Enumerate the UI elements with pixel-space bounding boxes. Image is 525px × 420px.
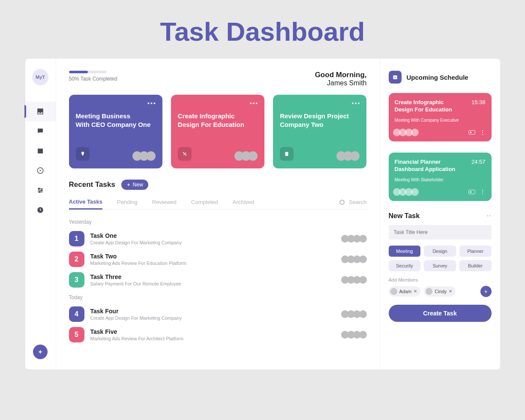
radio-icon — [339, 200, 345, 205]
card-type-icon — [280, 147, 294, 161]
member-chip[interactable]: Cindy✕ — [424, 286, 456, 297]
svg-rect-12 — [468, 190, 475, 194]
tag-security[interactable]: Security — [389, 260, 421, 271]
avatar-stack — [395, 188, 419, 196]
members-row: Adam✕Cindy✕+ — [389, 286, 492, 297]
task-name: Task Four — [90, 308, 343, 315]
task-desc: Create App Design For Marketing Company — [90, 240, 343, 245]
tab-pending[interactable]: Pending — [117, 195, 138, 209]
sidebar-item-calendar[interactable] — [25, 141, 56, 161]
avatar — [426, 288, 432, 295]
card-menu[interactable]: ••• — [352, 100, 361, 107]
main-panel: 50% Task Completed Good Morning, James S… — [56, 59, 380, 369]
schedule-time: 24:57 — [471, 159, 486, 165]
schedule-menu[interactable]: ⋮ — [480, 189, 486, 195]
avatar-stack — [343, 235, 367, 243]
sidebar-item-history[interactable] — [25, 200, 56, 220]
task-desc: Salary Payment For Our Remote Employee — [90, 281, 343, 286]
card-title: Meeting BusinessWith CEO Company One — [76, 112, 156, 129]
app-container: MyT 50% Task Completed — [25, 59, 500, 369]
card-menu[interactable]: ••• — [147, 100, 156, 107]
task-number: 4 — [69, 306, 84, 322]
svg-point-1 — [39, 188, 40, 189]
task-row[interactable]: 2 Task Two Marketing Ads Review For Educ… — [69, 249, 367, 270]
avatar-stack — [343, 331, 367, 339]
card-menu[interactable]: ••• — [249, 100, 258, 107]
avatar-stack — [132, 151, 156, 161]
schedule-card[interactable]: Financial Planner Dashboard Application … — [389, 153, 492, 201]
schedule-menu[interactable]: ⋮ — [480, 129, 486, 136]
remove-icon[interactable]: ✕ — [414, 289, 417, 294]
task-card[interactable]: ••• Meeting BusinessWith CEO Company One — [69, 95, 162, 168]
tab-active-tasks[interactable]: Active Tasks — [69, 195, 103, 210]
tab-archived[interactable]: Archived — [233, 195, 255, 209]
tab-completed[interactable]: Completed — [191, 195, 218, 209]
progress-section: 50% Task Completed — [69, 71, 117, 82]
add-member-button[interactable]: + — [480, 286, 492, 297]
tag-builder[interactable]: Builder — [459, 260, 492, 271]
tab-reviewed[interactable]: Reviewed — [152, 195, 177, 209]
task-card[interactable]: ••• Create InfographicDesign For Educati… — [171, 95, 264, 168]
avatar-stack — [234, 151, 258, 161]
tabs: Active TasksPendingReviewedCompletedArch… — [69, 195, 367, 210]
svg-rect-10 — [468, 130, 475, 134]
card-type-icon — [178, 147, 192, 161]
search-area[interactable]: Search — [339, 199, 366, 205]
task-number: 5 — [69, 327, 84, 342]
schedule-subtitle: Meeting With Stakeholder — [395, 177, 486, 182]
new-task-button[interactable]: New — [121, 180, 148, 190]
schedule-card[interactable]: Create Infographic Design For Education … — [389, 93, 492, 141]
task-row[interactable]: 4 Task Four Create App Design For Market… — [69, 304, 367, 324]
logo[interactable]: MyT — [32, 69, 48, 85]
svg-point-5 — [183, 152, 184, 153]
avatar-stack — [336, 151, 360, 161]
schedule-title: Create Infographic Design For Education — [395, 99, 459, 114]
new-task-menu[interactable]: •• — [486, 213, 491, 218]
member-name: Cindy — [435, 289, 447, 294]
sidebar-item-dashboard[interactable] — [25, 102, 56, 121]
sidebar-add-button[interactable] — [33, 345, 48, 359]
task-number: 1 — [69, 231, 84, 246]
task-row[interactable]: 3 Task Three Salary Payment For Our Remo… — [69, 270, 367, 290]
create-task-button[interactable]: Create Task — [389, 305, 492, 322]
card-title: Create InfographicDesign For Education — [178, 112, 258, 129]
svg-rect-7 — [285, 152, 288, 156]
compass-icon — [36, 167, 44, 174]
sidebar: MyT — [25, 59, 56, 369]
user-name: James Smith — [315, 79, 367, 87]
svg-point-2 — [41, 190, 42, 191]
task-row[interactable]: 5 Task Five Marketing Ads Review For Arc… — [69, 324, 367, 345]
sidebar-item-settings[interactable] — [25, 180, 56, 200]
svg-rect-9 — [393, 75, 397, 79]
search-label: Search — [349, 199, 366, 205]
right-panel: Upcoming Schedule Create Infographic Des… — [380, 59, 500, 369]
tag-design[interactable]: Design — [424, 246, 456, 257]
progress-bar — [69, 71, 107, 73]
avatar — [390, 288, 397, 295]
svg-rect-8 — [286, 151, 288, 152]
add-members-label: Add Members — [389, 277, 492, 282]
schedule-title: Upcoming Schedule — [407, 74, 468, 81]
sidebar-item-messages[interactable] — [25, 121, 56, 141]
tag-survey[interactable]: Survey — [424, 260, 456, 271]
progress-text: 50% Task Completed — [69, 76, 117, 82]
plus-icon — [37, 349, 43, 355]
task-desc: Marketing Ads Review For Architect Platf… — [90, 336, 343, 341]
avatar-stack — [395, 129, 419, 136]
schedule-subtitle: Meeting With Company Executive — [395, 118, 486, 123]
calendar-check-icon — [392, 74, 398, 80]
task-name: Task Three — [90, 273, 343, 280]
contact-icon[interactable] — [468, 189, 475, 195]
tag-meeting[interactable]: Meeting — [389, 246, 421, 257]
sidebar-item-explore[interactable] — [25, 161, 56, 180]
schedule-title: Financial Planner Dashboard Application — [395, 159, 459, 173]
tag-planner[interactable]: Planner — [459, 246, 492, 257]
contact-icon[interactable] — [468, 130, 475, 135]
avatar-stack — [343, 255, 367, 263]
task-row[interactable]: 1 Task One Create App Design For Marketi… — [69, 228, 367, 249]
task-title-input[interactable] — [389, 225, 492, 240]
task-card[interactable]: ••• Review Design ProjectCompany Two — [273, 95, 366, 168]
remove-icon[interactable]: ✕ — [449, 289, 452, 294]
schedule-header-icon — [389, 71, 402, 84]
member-chip[interactable]: Adam✕ — [389, 286, 421, 297]
